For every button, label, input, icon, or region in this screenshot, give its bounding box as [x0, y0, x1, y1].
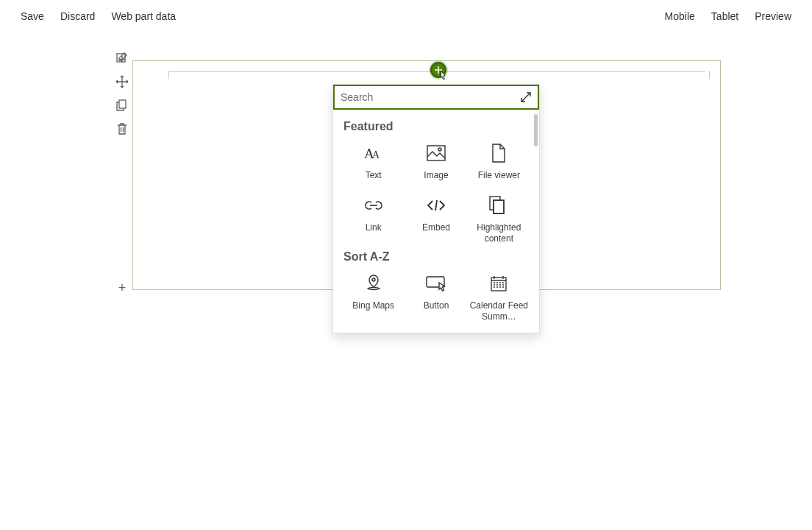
svg-rect-10 [491, 278, 506, 291]
web-part-data-button[interactable]: Web part data [111, 10, 176, 22]
tile-label: Calendar Feed Summ… [469, 300, 528, 322]
tile-link[interactable]: Link [343, 191, 403, 244]
preview-button[interactable]: Preview [755, 10, 791, 22]
tile-label: Image [424, 170, 448, 181]
svg-rect-1 [119, 100, 126, 108]
command-bar-right: Mobile Tablet Preview [665, 10, 791, 22]
tile-highlighted-content[interactable]: Highlighted content [469, 191, 529, 244]
tile-label: Link [366, 222, 382, 233]
expand-icon [520, 91, 532, 103]
button-icon [426, 272, 446, 294]
picker-search-box [333, 85, 539, 110]
tile-label: Bing Maps [352, 300, 394, 311]
tile-file-viewer[interactable]: File viewer [469, 139, 529, 181]
tile-label: File viewer [478, 170, 520, 181]
svg-rect-7 [494, 200, 504, 213]
tile-label: Embed [422, 222, 450, 233]
file-icon [491, 142, 506, 164]
highlighted-content-icon [489, 194, 508, 216]
tile-text[interactable]: A A Text [343, 139, 403, 181]
expand-picker-button[interactable] [514, 85, 538, 109]
image-icon [427, 142, 446, 164]
featured-grid: A A Text Image [343, 139, 529, 244]
command-bar-left: Save Discard Web part data [21, 10, 176, 22]
sort-grid: Bing Maps Button [343, 269, 529, 322]
copy-icon [115, 99, 129, 112]
web-part-picker: Featured A A Text [332, 84, 540, 333]
tile-label: Text [366, 170, 382, 181]
tile-button[interactable]: Button [406, 269, 466, 322]
map-pin-icon [365, 272, 382, 294]
move-icon [115, 75, 129, 88]
svg-point-8 [372, 278, 375, 281]
embed-icon [426, 194, 446, 216]
link-icon [363, 194, 384, 216]
sort-heading: Sort A-Z [343, 250, 529, 264]
tile-calendar[interactable]: Calendar Feed Summ… [469, 269, 529, 322]
add-section-top-button[interactable]: + [114, 52, 130, 68]
discard-button[interactable]: Discard [60, 10, 95, 22]
add-section-bottom-button[interactable]: + [114, 280, 130, 296]
tablet-view-button[interactable]: Tablet [711, 10, 738, 22]
plus-icon [434, 66, 443, 74]
search-input[interactable] [335, 87, 514, 107]
tile-image[interactable]: Image [406, 139, 466, 181]
delete-section-button[interactable] [114, 121, 130, 137]
svg-point-5 [438, 148, 441, 151]
move-section-button[interactable] [114, 74, 130, 90]
svg-rect-4 [427, 146, 445, 160]
copy-section-button[interactable] [114, 97, 130, 113]
scrollbar-thumb[interactable] [534, 114, 538, 146]
mobile-view-button[interactable]: Mobile [665, 10, 695, 22]
tile-label: Button [424, 300, 449, 311]
tile-bing-maps[interactable]: Bing Maps [343, 269, 403, 322]
save-button[interactable]: Save [21, 10, 44, 22]
tile-embed[interactable]: Embed [406, 191, 466, 244]
picker-body: Featured A A Text [333, 110, 539, 333]
svg-text:A: A [372, 149, 380, 160]
add-web-part-button[interactable] [430, 62, 446, 78]
tile-label: Highlighted content [469, 222, 528, 244]
calendar-icon [490, 272, 508, 294]
trash-icon [115, 122, 129, 135]
featured-heading: Featured [343, 120, 529, 133]
text-icon: A A [364, 142, 383, 164]
picker-search-wrap [333, 85, 539, 110]
command-bar: Save Discard Web part data Mobile Tablet… [0, 0, 812, 32]
